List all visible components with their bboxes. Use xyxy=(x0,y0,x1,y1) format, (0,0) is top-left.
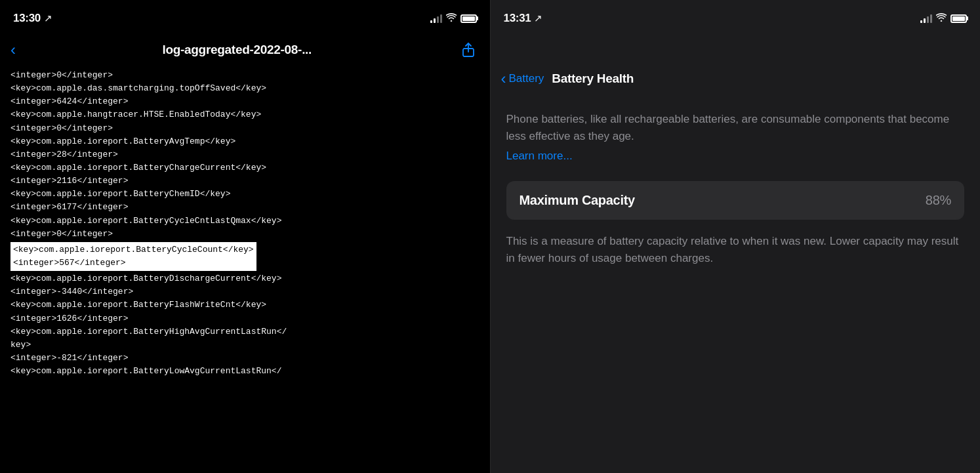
xml-line-12: <key>com.apple.ioreport.BatteryCycleCntL… xyxy=(10,215,480,228)
maximum-capacity-card: Maximum Capacity 88% xyxy=(506,181,965,220)
left-time: 13:30 xyxy=(13,12,41,25)
xml-line-16: <key>com.apple.ioreport.BatteryFlashWrit… xyxy=(10,298,480,312)
xml-line-17: <integer>1626</integer> xyxy=(10,312,480,325)
xml-highlighted-block: <key>com.apple.ioreport.BatteryCycleCoun… xyxy=(10,242,256,271)
xml-line-15: <integer>-3440</integer> xyxy=(10,285,480,298)
left-status-icons xyxy=(430,13,477,24)
xml-line-19: key> xyxy=(10,339,480,352)
left-location-icon: ↗ xyxy=(44,12,52,24)
xml-line-5: <integer>0</integer> xyxy=(10,122,480,135)
xml-highlighted-line-1: <key>com.apple.ioreport.BatteryCycleCoun… xyxy=(13,243,254,257)
right-wifi-icon xyxy=(936,13,947,24)
xml-highlighted-line-2: <integer>567</integer> xyxy=(13,257,254,270)
share-icon xyxy=(461,43,476,57)
left-back-button[interactable]: ‹ xyxy=(10,42,17,58)
right-back-chevron: ‹ xyxy=(501,71,506,87)
right-back-label: Battery xyxy=(509,72,544,85)
xml-line-20: <integer>-821</integer> xyxy=(10,352,480,365)
left-status-bar: 13:30 ↗ xyxy=(0,0,490,33)
right-back-button[interactable]: ‹ Battery xyxy=(501,71,544,87)
right-content-area: Phone batteries, like all rechargeable b… xyxy=(491,98,981,473)
right-location-icon: ↗ xyxy=(534,12,542,24)
xml-line-18: <key>com.apple.ioreport.BatteryHighAvgCu… xyxy=(10,325,480,339)
xml-content: <integer>0</integer> <key>com.apple.das.… xyxy=(0,69,490,473)
xml-line-7: <integer>28</integer> xyxy=(10,148,480,161)
right-status-bar: 13:31 ↗ xyxy=(491,0,981,33)
xml-line-14: <key>com.apple.ioreport.BatteryDischarge… xyxy=(10,272,480,285)
xml-line-13: <integer>0</integer> xyxy=(10,228,480,241)
xml-line-10: <key>com.apple.ioreport.BatteryChemID</k… xyxy=(10,188,480,201)
left-nav-title: log-aggregated-2022-08-... xyxy=(24,43,451,57)
xml-line-1: <integer>0</integer> xyxy=(10,69,480,82)
capacity-description: This is a measure of battery capacity re… xyxy=(506,233,965,266)
right-battery-icon xyxy=(950,14,967,23)
xml-line-21: <key>com.apple.ioreport.BatteryLowAvgCur… xyxy=(10,365,480,378)
xml-line-2: <key>com.apple.das.smartcharging.topOffS… xyxy=(10,82,480,95)
xml-line-4: <key>com.apple.hangtracer.HTSE.EnabledTo… xyxy=(10,108,480,121)
xml-line-6: <key>com.apple.ioreport.BatteryAvgTemp</… xyxy=(10,135,480,148)
xml-line-9: <integer>2116</integer> xyxy=(10,175,480,188)
xml-line-3: <integer>6424</integer> xyxy=(10,95,480,108)
right-time: 13:31 xyxy=(504,12,531,25)
xml-line-8: <key>com.apple.ioreport.BatteryChargeCur… xyxy=(10,161,480,175)
capacity-label: Maximum Capacity xyxy=(520,193,635,208)
right-status-icons xyxy=(920,13,967,24)
right-signal-icon xyxy=(920,14,932,23)
xml-line-11: <integer>6177</integer> xyxy=(10,201,480,214)
right-nav-title: Battery Health xyxy=(552,72,634,86)
left-wifi-icon xyxy=(446,13,457,24)
left-signal-icon xyxy=(430,14,442,23)
left-share-button[interactable] xyxy=(457,39,480,61)
left-panel: 13:30 ↗ ‹ xyxy=(0,0,490,473)
learn-more-link[interactable]: Learn more... xyxy=(506,150,965,163)
left-back-chevron: ‹ xyxy=(10,42,16,58)
capacity-value: 88% xyxy=(926,193,951,208)
right-panel: 13:31 ↗ ‹ xyxy=(491,0,981,473)
battery-description: Phone batteries, like all rechargeable b… xyxy=(506,111,965,144)
left-battery-icon xyxy=(460,14,477,23)
left-nav-bar: ‹ log-aggregated-2022-08-... xyxy=(0,33,490,69)
right-nav-bar: ‹ Battery Battery Health xyxy=(491,62,981,98)
